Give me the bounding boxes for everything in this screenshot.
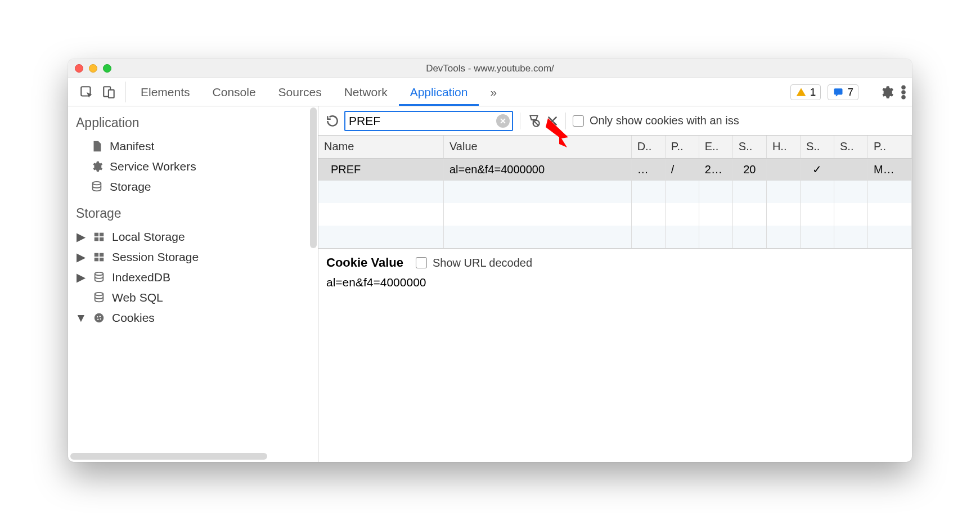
svg-rect-11 bbox=[100, 237, 104, 241]
tab-network[interactable]: Network bbox=[333, 78, 399, 106]
sidebar-item-session-storage[interactable]: ▶ Session Storage bbox=[68, 247, 318, 267]
titlebar: DevTools - www.youtube.com/ bbox=[68, 59, 912, 78]
sidebar-item-websql[interactable]: Web SQL bbox=[68, 288, 318, 308]
tab-console[interactable]: Console bbox=[201, 78, 267, 106]
tab-overflow[interactable]: » bbox=[479, 78, 508, 106]
col-domain[interactable]: D.. bbox=[631, 136, 665, 158]
cookie-value-heading: Cookie Value bbox=[326, 255, 403, 270]
svg-rect-8 bbox=[95, 233, 98, 236]
tab-elements[interactable]: Elements bbox=[129, 78, 201, 106]
minimize-window-button[interactable] bbox=[89, 64, 97, 73]
cell-priority: M… bbox=[868, 158, 912, 181]
svg-rect-13 bbox=[100, 253, 104, 257]
maximize-window-button[interactable] bbox=[103, 64, 111, 73]
url-decoded-toggle[interactable]: Show URL decoded bbox=[416, 257, 532, 270]
cookies-panel: Only show cookies with an iss Name Value bbox=[318, 106, 912, 462]
col-secure[interactable]: S.. bbox=[800, 136, 834, 158]
caret-right-icon: ▶ bbox=[76, 230, 86, 244]
cell-expires: 2… bbox=[699, 158, 732, 181]
svg-point-19 bbox=[97, 316, 98, 317]
cell-httponly bbox=[766, 158, 800, 181]
sidebar-item-indexeddb[interactable]: ▶ IndexedDB bbox=[68, 267, 318, 288]
col-priority[interactable]: P.. bbox=[868, 136, 912, 158]
col-httponly[interactable]: H.. bbox=[766, 136, 800, 158]
cell-value: al=en&f4=4000000 bbox=[443, 158, 631, 181]
delete-selected-icon[interactable] bbox=[546, 115, 559, 127]
database-icon bbox=[91, 181, 103, 193]
filter-input-wrapper bbox=[344, 111, 513, 131]
cookie-row[interactable]: PREF al=en&f4=4000000 … / 2… 20 ✓ M… bbox=[318, 158, 912, 181]
svg-rect-9 bbox=[100, 233, 104, 236]
checkbox-icon[interactable] bbox=[416, 257, 427, 268]
svg-point-22 bbox=[100, 318, 101, 320]
application-sidebar: Application Manifest Service Workers Sto… bbox=[68, 106, 318, 462]
svg-point-21 bbox=[97, 319, 98, 320]
database-icon bbox=[93, 271, 105, 284]
svg-point-6 bbox=[902, 95, 905, 98]
col-value[interactable]: Value bbox=[443, 136, 631, 158]
devtools-window: DevTools - www.youtube.com/ Elements Con… bbox=[68, 59, 912, 462]
sidebar-scrollbar-horizontal[interactable] bbox=[70, 453, 267, 460]
col-expires[interactable]: E.. bbox=[699, 136, 732, 158]
warnings-badge[interactable]: 1 bbox=[790, 84, 821, 100]
checkbox-icon[interactable] bbox=[573, 115, 584, 127]
kebab-menu-icon[interactable] bbox=[901, 85, 906, 100]
col-path[interactable]: P.. bbox=[665, 136, 699, 158]
cell-path: / bbox=[665, 158, 699, 181]
sidebar-item-service-workers[interactable]: Service Workers bbox=[68, 156, 318, 177]
refresh-button[interactable] bbox=[325, 114, 340, 128]
filter-input[interactable] bbox=[349, 114, 496, 128]
tab-application[interactable]: Application bbox=[399, 78, 479, 106]
col-size[interactable]: S.. bbox=[732, 136, 766, 158]
devtools-toolbar: Elements Console Sources Network Applica… bbox=[68, 78, 912, 106]
sidebar-section-storage: Storage bbox=[68, 197, 318, 227]
svg-point-4 bbox=[902, 86, 905, 88]
close-window-button[interactable] bbox=[75, 64, 83, 73]
svg-rect-12 bbox=[95, 253, 98, 257]
tab-sources[interactable]: Sources bbox=[267, 78, 333, 106]
clear-all-cookies-icon[interactable] bbox=[527, 114, 542, 128]
gear-icon bbox=[91, 160, 103, 173]
clear-filter-icon[interactable] bbox=[496, 114, 510, 128]
url-decoded-label: Show URL decoded bbox=[433, 257, 532, 270]
panel-tabs: Elements Console Sources Network Applica… bbox=[129, 78, 790, 106]
caret-down-icon: ▼ bbox=[76, 311, 86, 325]
svg-rect-3 bbox=[834, 88, 843, 95]
sidebar-scrollbar-vertical[interactable] bbox=[310, 107, 317, 248]
grid-icon bbox=[93, 231, 105, 243]
svg-point-18 bbox=[95, 313, 104, 323]
cookie-detail: Cookie Value Show URL decoded al=en&f4=4… bbox=[318, 249, 912, 296]
database-icon bbox=[93, 291, 105, 304]
cookie-row-empty bbox=[318, 181, 912, 203]
cookie-row-empty bbox=[318, 203, 912, 226]
messages-badge[interactable]: 7 bbox=[828, 84, 858, 100]
caret-right-icon: ▶ bbox=[76, 250, 86, 264]
col-samesite[interactable]: S.. bbox=[834, 136, 868, 158]
inspect-element-icon[interactable] bbox=[79, 85, 94, 100]
sidebar-item-local-storage[interactable]: ▶ Local Storage bbox=[68, 227, 318, 247]
window-title: DevTools - www.youtube.com/ bbox=[68, 63, 912, 74]
cell-name: PREF bbox=[318, 158, 443, 181]
cookie-value-text: al=en&f4=4000000 bbox=[326, 270, 904, 289]
svg-rect-10 bbox=[95, 237, 98, 241]
messages-count: 7 bbox=[847, 86, 853, 98]
cell-samesite bbox=[834, 158, 868, 181]
only-issues-label: Only show cookies with an iss bbox=[590, 114, 739, 127]
cookies-toolbar: Only show cookies with an iss bbox=[318, 106, 912, 136]
svg-point-17 bbox=[95, 293, 104, 296]
cookies-table-header: Name Value D.. P.. E.. S.. H.. S.. S.. P… bbox=[318, 136, 912, 158]
svg-point-16 bbox=[95, 272, 104, 276]
file-icon bbox=[91, 140, 103, 152]
sidebar-item-cookies[interactable]: ▼ Cookies bbox=[68, 308, 318, 328]
svg-point-7 bbox=[93, 182, 101, 185]
svg-rect-15 bbox=[100, 258, 104, 261]
grid-icon bbox=[93, 251, 105, 263]
device-toggle-icon[interactable] bbox=[102, 85, 116, 100]
sidebar-item-storage[interactable]: Storage bbox=[68, 177, 318, 197]
col-name[interactable]: Name bbox=[318, 136, 443, 158]
sidebar-item-manifest[interactable]: Manifest bbox=[68, 136, 318, 156]
window-controls bbox=[75, 64, 111, 73]
cell-size: 20 bbox=[732, 158, 766, 181]
settings-icon[interactable] bbox=[879, 85, 894, 100]
only-issues-toggle[interactable]: Only show cookies with an iss bbox=[573, 114, 739, 127]
